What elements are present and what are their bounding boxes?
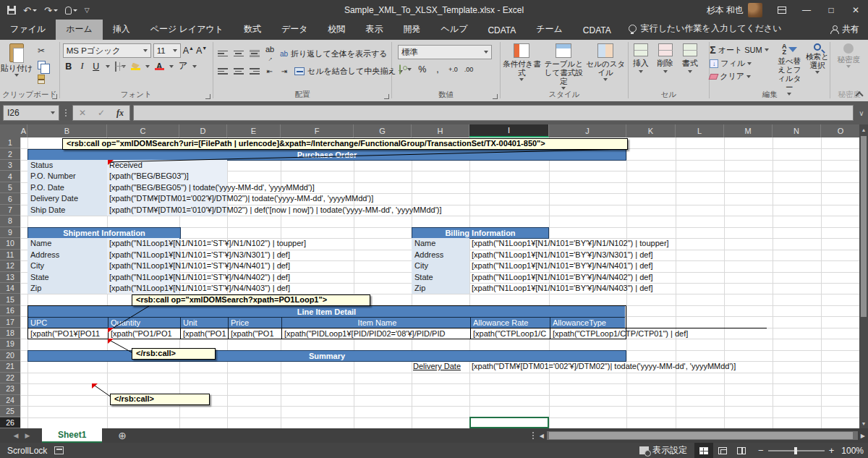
comma-style-button[interactable]: , bbox=[433, 64, 442, 75]
column-header-I[interactable]: I bbox=[469, 124, 549, 137]
alignment-dialog-launcher[interactable] bbox=[384, 94, 389, 99]
row-header-12[interactable]: 12 bbox=[0, 260, 20, 271]
prev-sheet-button[interactable]: ◀ bbox=[10, 432, 22, 439]
paste-button[interactable]: 貼り付け bbox=[0, 42, 33, 88]
accounting-format-button[interactable] bbox=[399, 65, 401, 74]
vertical-scrollbar-thumb[interactable] bbox=[861, 136, 867, 317]
share-button[interactable]: 共有 bbox=[830, 23, 859, 35]
sensitivity-button[interactable]: 秘密度 bbox=[830, 42, 867, 68]
tab-data[interactable]: データ bbox=[271, 20, 318, 40]
italic-button[interactable]: I bbox=[78, 61, 87, 72]
align-right-button[interactable] bbox=[250, 67, 260, 76]
wrap-text-button[interactable]: ab 折り返して全体を表示する bbox=[280, 48, 388, 59]
align-middle-button[interactable] bbox=[234, 49, 244, 58]
clipboard-dialog-launcher[interactable] bbox=[52, 94, 57, 99]
column-header-K[interactable]: K bbox=[626, 124, 676, 137]
percent-style-button[interactable]: % bbox=[418, 64, 427, 75]
row-header-7[interactable]: 7 bbox=[0, 205, 20, 216]
row-header-15[interactable]: 15 bbox=[0, 294, 20, 305]
row-header-22[interactable]: 22 bbox=[0, 373, 20, 383]
row-header-11[interactable]: 11 bbox=[0, 250, 20, 260]
page-break-view-button[interactable] bbox=[732, 443, 751, 458]
tab-file[interactable]: ファイル bbox=[0, 20, 56, 40]
page-layout-view-button[interactable] bbox=[713, 443, 732, 458]
row-header-26[interactable]: 26 bbox=[0, 417, 20, 428]
phonetic-dropdown[interactable] bbox=[192, 65, 197, 68]
sheet-tab-sheet1[interactable]: Sheet1 bbox=[42, 428, 102, 443]
row-header-23[interactable]: 23 bbox=[0, 383, 20, 394]
tab-review[interactable]: 校閲 bbox=[318, 20, 356, 40]
column-header-L[interactable]: L bbox=[676, 124, 724, 137]
tab-developer[interactable]: 開発 bbox=[393, 20, 431, 40]
column-header-D[interactable]: D bbox=[179, 124, 227, 137]
tabbar-splitter[interactable] bbox=[532, 432, 534, 439]
enter-formula-button[interactable]: ✓ bbox=[92, 108, 111, 118]
fill-color-dropdown[interactable] bbox=[145, 65, 150, 68]
decrease-font-button[interactable]: A▼ bbox=[196, 46, 207, 56]
formula-bar-handle[interactable] bbox=[62, 109, 69, 116]
add-sheet-button[interactable]: ⊕ bbox=[118, 430, 127, 441]
increase-font-button[interactable]: A▲ bbox=[183, 46, 194, 56]
row-header-6[interactable]: 6 bbox=[0, 193, 20, 204]
column-header-H[interactable]: H bbox=[412, 124, 469, 137]
merge-center-button[interactable]: セルを結合して中央揃え bbox=[294, 66, 404, 77]
tell-me-search[interactable]: 実行したい作業を入力してください bbox=[621, 22, 789, 40]
row-header-4[interactable]: 4 bbox=[0, 171, 20, 182]
font-size-select[interactable]: 11 bbox=[153, 43, 181, 58]
scroll-left-icon[interactable]: ◀ bbox=[540, 433, 544, 439]
copy-button[interactable] bbox=[33, 59, 49, 71]
borders-button[interactable] bbox=[115, 62, 116, 71]
column-header-J[interactable]: J bbox=[549, 124, 626, 137]
formula-input[interactable] bbox=[133, 105, 854, 121]
tab-help[interactable]: ヘルプ bbox=[431, 20, 478, 40]
insert-function-button[interactable]: fx bbox=[111, 108, 129, 119]
display-settings-button[interactable]: 表示設定 bbox=[639, 444, 687, 457]
tab-cdata[interactable]: CDATA bbox=[477, 22, 526, 40]
row-header-20[interactable]: 20 bbox=[0, 350, 20, 361]
column-header-O[interactable]: O bbox=[821, 124, 861, 137]
align-left-button[interactable] bbox=[218, 67, 228, 76]
cell-grid[interactable] bbox=[20, 137, 861, 428]
macro-record-icon[interactable] bbox=[54, 446, 64, 454]
cut-button[interactable]: ✂ bbox=[33, 44, 49, 56]
row-header-8[interactable]: 8 bbox=[0, 216, 20, 226]
scroll-right-icon[interactable]: ▶ bbox=[861, 433, 865, 439]
number-dialog-launcher[interactable] bbox=[493, 94, 498, 99]
row-header-13[interactable]: 13 bbox=[0, 272, 20, 283]
fill-button[interactable]: ↓ フィル bbox=[710, 58, 774, 69]
tab-team[interactable]: チーム bbox=[526, 20, 573, 40]
row-header-9[interactable]: 9 bbox=[0, 227, 20, 238]
clear-button[interactable]: クリア bbox=[710, 71, 774, 82]
name-box[interactable]: I26 bbox=[3, 105, 59, 121]
zoom-slider-thumb[interactable] bbox=[794, 447, 797, 454]
decrease-decimal-button[interactable]: .00 bbox=[464, 66, 474, 73]
column-header-B[interactable]: B bbox=[27, 124, 107, 137]
zoom-out-button[interactable]: − bbox=[758, 445, 764, 456]
tab-page-layout[interactable]: ページ レイアウト bbox=[140, 20, 234, 40]
row-header-25[interactable]: 25 bbox=[0, 406, 20, 417]
accounting-dropdown[interactable] bbox=[407, 68, 412, 71]
tab-home[interactable]: ホーム bbox=[56, 20, 103, 40]
minimize-button[interactable]: — bbox=[794, 0, 819, 20]
column-header-G[interactable]: G bbox=[354, 124, 412, 137]
underline-button[interactable]: U bbox=[92, 62, 101, 72]
row-header-1[interactable]: 1 bbox=[0, 137, 20, 148]
row-header-10[interactable]: 10 bbox=[0, 238, 20, 249]
column-header-C[interactable]: C bbox=[107, 124, 179, 137]
column-header-A[interactable]: A bbox=[20, 124, 27, 137]
zoom-slider[interactable] bbox=[768, 450, 825, 451]
row-header-17[interactable]: 17 bbox=[0, 316, 20, 327]
row-header-19[interactable]: 19 bbox=[0, 339, 20, 349]
autosum-button[interactable]: Σ オート SUM bbox=[710, 44, 774, 56]
zoom-in-button[interactable]: + bbox=[829, 445, 835, 456]
tab-view[interactable]: 表示 bbox=[356, 20, 393, 40]
format-painter-button[interactable] bbox=[33, 73, 49, 85]
normal-view-button[interactable] bbox=[694, 443, 713, 458]
horizontal-scrollbar[interactable]: ◀ ▶ bbox=[532, 431, 865, 441]
increase-decimal-button[interactable]: +.0 bbox=[448, 66, 458, 73]
column-header-F[interactable]: F bbox=[281, 124, 354, 137]
underline-dropdown[interactable] bbox=[106, 65, 110, 68]
user-name[interactable]: 杉本 和也 bbox=[707, 4, 744, 17]
increase-indent-button[interactable]: ⇥ bbox=[280, 67, 289, 75]
fill-color-button[interactable] bbox=[131, 63, 140, 70]
